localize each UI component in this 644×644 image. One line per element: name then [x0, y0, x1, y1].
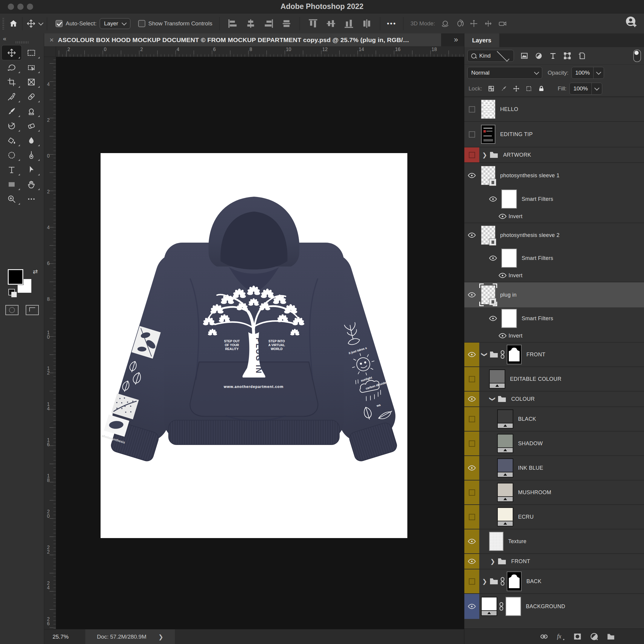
visibility-toggle-empty[interactable] — [469, 514, 475, 520]
visibility-strip[interactable] — [464, 456, 479, 480]
layer-row-shadow[interactable]: SHADOW — [464, 431, 644, 455]
blur-tool[interactable] — [21, 133, 41, 148]
document-canvas[interactable]: PLUG IN STEP OUTOF YOURREALITY STEP INTO… — [101, 153, 407, 538]
visibility-strip[interactable] — [464, 432, 479, 455]
visibility-strip[interactable] — [464, 554, 479, 569]
screen-mode-button[interactable] — [26, 305, 39, 315]
layer-row-hello[interactable]: HELLO — [464, 97, 644, 121]
rectangle-tool[interactable] — [2, 177, 21, 192]
crop-tool[interactable] — [2, 75, 21, 89]
move-tool-preset[interactable] — [27, 19, 43, 28]
pen-tool[interactable] — [21, 148, 41, 162]
visibility-toggle-empty[interactable] — [469, 416, 475, 422]
visibility-eye-icon[interactable] — [498, 214, 507, 219]
visibility-toggle-empty[interactable] — [469, 376, 475, 382]
layer-group-row-artwork[interactable]: ❯ARTWORK — [464, 147, 644, 162]
layer-group-row-front[interactable]: ❯FRONT — [464, 342, 644, 366]
layer-row-photosynthesis-sleeve-1[interactable]: photosynthesis sleeve 1 — [464, 162, 644, 188]
visibility-eye-icon[interactable] — [498, 273, 507, 278]
type-tool[interactable] — [2, 162, 21, 177]
fill-layer-thumbnail[interactable] — [497, 409, 513, 429]
align-left-edges-icon[interactable] — [228, 19, 238, 29]
document-tab[interactable]: × ASCOLOUR BOX HOOD MOCKUP DOCUMENT © FR… — [44, 33, 441, 46]
fill-layer-thumbnail[interactable] — [489, 369, 505, 389]
layer-thumbnail[interactable] — [481, 100, 495, 119]
layer-row-ink-blue[interactable]: INK BLUE — [464, 455, 644, 480]
layer-row-mushroom[interactable]: MUSHROOM — [464, 480, 644, 504]
layer-row-smart-filters[interactable]: Smart Filters — [464, 247, 644, 269]
visibility-strip[interactable] — [464, 407, 479, 431]
horizontal-ruler[interactable]: 2024681012141618 — [56, 46, 464, 57]
lock-transparent-icon[interactable] — [488, 85, 495, 92]
layer-row-plug-in[interactable]: plug in — [464, 282, 644, 307]
visibility-strip[interactable] — [464, 569, 479, 593]
align-top-edges-icon[interactable] — [308, 19, 318, 29]
swap-colors-icon[interactable]: ⇄ — [33, 268, 38, 275]
visibility-strip[interactable] — [464, 480, 479, 504]
layer-row-editable-colour[interactable]: EDITABLE COLOUR — [464, 366, 644, 391]
layer-row-invert[interactable]: Invert — [464, 329, 644, 342]
more-tools[interactable] — [21, 192, 41, 206]
align-bottom-edges-icon[interactable] — [344, 19, 354, 29]
new-adjustment-layer-icon[interactable] — [590, 632, 599, 641]
visibility-eye-icon[interactable] — [489, 316, 497, 321]
history-brush-tool[interactable] — [2, 118, 21, 133]
paint-bucket-tool[interactable] — [2, 133, 21, 148]
visibility-eye-icon[interactable] — [498, 333, 507, 338]
fill-layer-thumbnail[interactable] — [497, 458, 513, 477]
align-horizontal-centers-icon[interactable] — [246, 19, 256, 29]
layer-row-texture[interactable]: Texture — [464, 529, 644, 553]
visibility-eye-icon[interactable] — [468, 465, 476, 471]
visibility-toggle-empty[interactable] — [469, 152, 475, 158]
distribute-vertical-icon[interactable] — [362, 19, 372, 29]
layer-group-row-colour[interactable]: ❯COLOUR — [464, 391, 644, 406]
lasso-tool[interactable] — [2, 60, 21, 75]
visibility-eye-icon[interactable] — [468, 173, 476, 178]
default-colors-icon[interactable] — [8, 289, 17, 298]
hand-tool[interactable] — [21, 177, 41, 192]
visibility-eye-icon[interactable] — [489, 196, 497, 202]
filter-kind-dropdown[interactable]: Kind — [467, 50, 514, 62]
visibility-toggle-empty[interactable] — [469, 578, 475, 585]
visibility-strip[interactable] — [464, 163, 479, 188]
quick-mask-button[interactable] — [5, 305, 19, 315]
visibility-strip[interactable] — [464, 343, 479, 366]
smart-object-thumbnail[interactable] — [481, 285, 495, 304]
filter-mask-thumbnail[interactable] — [501, 189, 517, 209]
3d-camera-icon[interactable] — [498, 19, 507, 28]
collapse-panel-button[interactable]: « — [3, 35, 6, 42]
fill-layer-thumbnail[interactable] — [481, 597, 497, 616]
home-button[interactable] — [9, 19, 18, 28]
status-chevron-icon[interactable]: ❯ — [158, 633, 164, 640]
visibility-strip[interactable] — [464, 122, 479, 147]
eyedropper-tool[interactable] — [2, 89, 21, 104]
zoom-tool[interactable] — [2, 192, 21, 206]
visibility-strip[interactable] — [464, 97, 479, 121]
visibility-strip[interactable] — [464, 223, 479, 247]
visibility-eye-icon[interactable] — [468, 232, 476, 238]
auto-select-target-dropdown[interactable]: Layer — [100, 18, 131, 29]
visibility-strip[interactable] — [464, 529, 479, 553]
visibility-strip[interactable] — [464, 594, 479, 619]
move-tool[interactable] — [2, 45, 21, 60]
visibility-strip[interactable] — [464, 147, 479, 162]
marquee-tool[interactable] — [21, 45, 41, 60]
brush-tool[interactable] — [2, 104, 21, 118]
blend-mode-dropdown[interactable]: Normal — [467, 67, 542, 79]
collapse-group-chevron[interactable]: ❯ — [489, 395, 496, 403]
distribute-horizontal-icon[interactable] — [281, 19, 292, 29]
show-transform-controls-checkbox[interactable] — [138, 20, 145, 27]
filter-mask-thumbnail[interactable] — [501, 249, 517, 268]
auto-select-checkbox[interactable] — [56, 20, 63, 27]
3d-orbit-icon[interactable] — [441, 19, 450, 28]
visibility-strip[interactable] — [464, 505, 479, 529]
close-tab-icon[interactable]: × — [50, 36, 54, 44]
healing-brush-tool[interactable] — [21, 89, 41, 104]
opacity-field[interactable]: 100% — [571, 67, 604, 79]
add-layer-mask-icon[interactable] — [573, 632, 582, 641]
fill-layer-thumbnail[interactable] — [497, 483, 513, 502]
layer-row-black[interactable]: BLACK — [464, 406, 644, 431]
canvas-pasteboard[interactable]: PLUG IN STEP OUTOF YOURREALITY STEP INTO… — [56, 57, 464, 629]
visibility-strip[interactable] — [464, 367, 479, 391]
object-selection-tool[interactable] — [21, 60, 41, 75]
